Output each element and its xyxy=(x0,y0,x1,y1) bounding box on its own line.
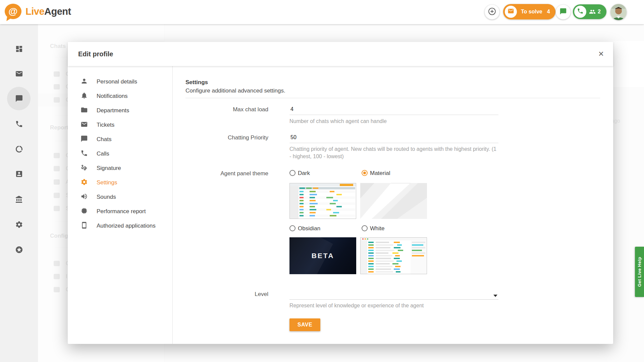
settings-icon[interactable] xyxy=(15,220,23,229)
logo-agent: Agent xyxy=(44,6,71,17)
person-icon xyxy=(80,77,88,86)
nav-item-label: Tickets xyxy=(97,122,114,128)
get-live-help-tab[interactable]: Get Live Help xyxy=(635,247,644,297)
signature-icon xyxy=(80,164,88,173)
divider xyxy=(185,98,600,98)
smartphone-icon xyxy=(80,222,88,230)
radio-theme-dark[interactable] xyxy=(289,170,296,176)
phone-icon xyxy=(577,8,584,16)
chip-icon xyxy=(80,207,88,216)
logo-text: LiveAgent xyxy=(25,6,71,17)
get-live-help-label: Get Live Help xyxy=(637,257,642,287)
calls-widget[interactable]: 2 xyxy=(573,4,606,19)
modal-nav: Personal details Notifications Departmen… xyxy=(68,74,172,233)
input-underline xyxy=(289,143,498,143)
to-solve-button[interactable]: To solve 4 xyxy=(503,4,555,19)
radio-label-material[interactable]: Material xyxy=(370,170,390,177)
nav-item-label: Sounds xyxy=(97,194,116,200)
input-underline xyxy=(289,115,498,115)
primary-sidebar xyxy=(0,24,38,362)
folder-icon xyxy=(80,106,88,115)
radio-theme-obsidian[interactable] xyxy=(289,225,296,231)
nav-item-label: Notifications xyxy=(97,93,128,100)
logo-bubble-icon: @ xyxy=(5,4,21,19)
radio-label-white[interactable]: White xyxy=(370,225,384,232)
nav-item-departments[interactable]: Departments xyxy=(68,103,172,118)
reports-icon[interactable] xyxy=(15,145,23,154)
starred-icon[interactable] xyxy=(15,245,23,254)
to-solve-label: To solve xyxy=(521,9,542,15)
logo-at: @ xyxy=(8,6,17,17)
level-label: Level xyxy=(168,291,268,298)
max-chat-load-input[interactable]: 4 xyxy=(290,106,293,112)
theme-preview-material[interactable] xyxy=(360,183,427,219)
envelope-icon xyxy=(507,8,514,16)
nav-item-performance-report[interactable]: Performance report xyxy=(68,204,172,219)
nav-item-tickets[interactable]: Tickets xyxy=(68,118,172,132)
select-underline xyxy=(289,299,498,300)
level-help: Represent level of knowledge or experien… xyxy=(289,302,424,309)
theme-preview-white[interactable] xyxy=(360,237,427,274)
close-icon[interactable]: ✕ xyxy=(596,49,606,59)
gear-icon xyxy=(80,178,88,187)
nav-item-label: Personal details xyxy=(97,78,137,85)
chats-icon[interactable] xyxy=(15,94,23,103)
nav-item-sounds[interactable]: Sounds xyxy=(68,190,172,204)
theme-preview-obsidian[interactable]: BETA xyxy=(289,237,356,274)
max-chat-load-label: Max chat load xyxy=(168,106,268,113)
logo-live: Live xyxy=(25,6,44,17)
add-button[interactable] xyxy=(485,5,499,19)
save-button[interactable]: SAVE xyxy=(289,318,320,331)
nav-item-calls[interactable]: Calls xyxy=(68,146,172,161)
user-avatar[interactable] xyxy=(610,4,627,20)
chat-icon xyxy=(80,135,88,144)
chat-bubble-icon xyxy=(559,8,567,16)
nav-item-label: Authorized applications xyxy=(97,223,156,229)
nav-item-label: Settings xyxy=(97,179,117,186)
settings-heading: Settings xyxy=(185,79,208,86)
nav-item-personal-details[interactable]: Personal details xyxy=(68,74,172,89)
envelope-badge xyxy=(505,6,517,18)
chatting-priority-help: Chatting priority of agent. New chats wi… xyxy=(289,145,497,160)
beta-badge: BETA xyxy=(312,252,334,260)
nav-item-notifications[interactable]: Notifications xyxy=(68,89,172,103)
nav-item-label: Departments xyxy=(97,107,129,114)
modal-header: Edit profile ✕ xyxy=(68,42,613,66)
max-chat-load-help: Number of chats which agent can handle xyxy=(289,118,387,125)
nav-item-chats[interactable]: Chats xyxy=(68,132,172,146)
radio-label-obsidian[interactable]: Obsidian xyxy=(298,225,320,232)
settings-subheading: Configure additional advanced settings. xyxy=(185,87,285,94)
to-solve-count: 4 xyxy=(547,9,550,15)
nav-item-label: Chats xyxy=(97,136,111,143)
phone-badge xyxy=(574,6,586,18)
mail-icon[interactable] xyxy=(15,69,23,78)
online-agents-count: 2 xyxy=(598,9,601,15)
chevron-down-icon[interactable] xyxy=(493,295,497,297)
mail-icon xyxy=(80,121,88,129)
nav-item-authorized-applications[interactable]: Authorized applications xyxy=(68,219,172,233)
radio-theme-white[interactable] xyxy=(362,225,368,231)
calls-icon[interactable] xyxy=(15,120,23,128)
people-icon xyxy=(589,8,596,15)
nav-item-settings[interactable]: Settings xyxy=(68,175,172,190)
nav-item-label: Signature xyxy=(97,165,121,172)
theme-preview-dark[interactable] xyxy=(289,183,356,219)
contacts-icon[interactable] xyxy=(15,170,23,178)
company-icon[interactable] xyxy=(15,195,23,204)
top-bar: @ LiveAgent To solve 4 2 xyxy=(0,0,644,24)
radio-theme-material[interactable] xyxy=(362,170,368,176)
speaker-icon xyxy=(80,193,88,201)
chats-toggle-button[interactable] xyxy=(556,5,571,19)
bell-icon xyxy=(80,92,88,101)
modal-title: Edit profile xyxy=(78,42,113,66)
nav-item-label: Calls xyxy=(97,150,109,157)
dashboard-icon[interactable] xyxy=(15,45,23,53)
phone-icon xyxy=(80,149,88,158)
radio-label-dark[interactable]: Dark xyxy=(298,170,310,177)
liveagent-logo[interactable]: @ LiveAgent xyxy=(5,4,71,19)
nav-item-label: Performance report xyxy=(97,208,146,215)
chatting-priority-input[interactable]: 50 xyxy=(290,134,297,140)
plus-circle-icon xyxy=(487,7,497,17)
chatting-priority-label: Chatting Priority xyxy=(168,134,268,141)
nav-item-signature[interactable]: Signature xyxy=(68,161,172,175)
